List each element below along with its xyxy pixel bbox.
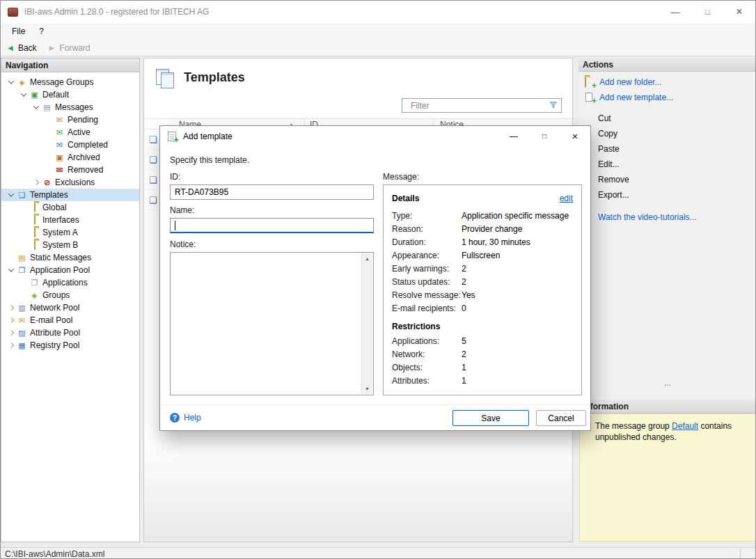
chevron-collapsed-icon[interactable] [6, 328, 16, 338]
dialog-close-button[interactable]: × [560, 126, 590, 146]
chevron-collapsed-icon[interactable] [6, 340, 16, 351]
maximize-button[interactable]: □ [691, 1, 723, 23]
tree-item-network-pool[interactable]: ▥ Network Pool [1, 301, 139, 314]
attribute-pool-icon: ▨ [16, 329, 28, 337]
tree-item-application-pool[interactable]: ❐ Application Pool [1, 264, 139, 276]
chevron-collapsed-icon[interactable] [31, 178, 41, 188]
registry-pool-icon: ▦ [16, 342, 28, 349]
chevron-expanded-icon[interactable] [6, 77, 16, 88]
dialog-maximize-button[interactable]: □ [529, 126, 560, 146]
back-label: Back [18, 43, 37, 53]
chevron-expanded-icon[interactable] [31, 102, 41, 113]
tree-item-interfaces[interactable]: Interfaces [1, 214, 139, 226]
message-summary-box: Details edit Type:Application specific m… [383, 184, 582, 395]
tree-item-attribute-pool[interactable]: ▨ Attribute Pool [1, 326, 139, 339]
add-new-folder-action[interactable]: Add new folder... [578, 74, 756, 90]
filter-input[interactable] [402, 98, 562, 113]
export-action[interactable]: Export... [578, 187, 756, 203]
navigation-panel: Navigation ◈ Message Groups ▣ Default ▤ … [1, 58, 140, 542]
back-button[interactable]: ◄ Back [6, 43, 37, 53]
add-template-dialog-icon [168, 132, 176, 141]
save-button[interactable]: Save [452, 410, 529, 426]
remove-action[interactable]: Remove [578, 172, 756, 187]
chevron-expanded-icon[interactable] [6, 265, 16, 276]
tree-item-email-pool[interactable]: ✉ E-mail Pool [1, 314, 139, 326]
id-input[interactable] [170, 184, 374, 200]
chevron-expanded-icon[interactable] [18, 90, 29, 100]
chevron-spacer [43, 152, 54, 163]
chevron-spacer [18, 290, 29, 301]
tree-item-active[interactable]: ✉ Active [1, 126, 139, 139]
tree-item-global[interactable]: Global [1, 201, 139, 214]
edit-action[interactable]: Edit... [578, 157, 756, 172]
restrictions-title: Restrictions [392, 322, 573, 331]
scrollbar[interactable] [361, 253, 372, 394]
chevron-expanded-icon[interactable] [6, 190, 16, 200]
tree-item-messages[interactable]: ▤ Messages [1, 101, 139, 113]
restriction-row: Attributes:1 [392, 374, 573, 387]
menu-file[interactable]: File [5, 24, 32, 38]
copy-action[interactable]: Copy [578, 126, 756, 141]
tree-item-static-messages[interactable]: ▤ Static Messages [1, 251, 139, 264]
notice-label: Notice: [170, 239, 196, 249]
video-tutorials-link[interactable]: Watch the video-tutorials... [578, 210, 756, 225]
tree-item-templates[interactable]: ❏ Templates [1, 189, 139, 201]
chevron-spacer [6, 253, 16, 263]
tree-item-registry-pool[interactable]: ▦ Registry Pool [1, 339, 139, 352]
name-input[interactable] [170, 218, 374, 233]
help-link[interactable]: ? Help [170, 410, 201, 425]
add-template-dialog: Add template — □ × Specify this template… [159, 125, 591, 431]
forward-button[interactable]: ► Forward [48, 43, 90, 53]
cut-action[interactable]: Cut [578, 111, 756, 126]
chevron-collapsed-icon[interactable] [6, 303, 16, 313]
messages-icon: ▤ [41, 104, 53, 111]
dialog-minimize-button[interactable]: — [498, 126, 529, 146]
tree-item-exclusions[interactable]: ⊘ Exclusions [1, 176, 139, 189]
detail-row: Reason:Provider change [392, 222, 573, 235]
detail-row: Type:Application specific message [392, 209, 573, 222]
minimize-button[interactable]: — [659, 1, 691, 23]
template-row-icon: ❏ [149, 134, 157, 145]
tree-item-removed[interactable]: ✉ Removed [1, 164, 139, 176]
titlebar: IBI-aws Admin 1.28.0 - registered for IB… [1, 1, 755, 23]
message-label: Message: [383, 172, 419, 182]
add-new-template-action[interactable]: Add new template... [578, 90, 756, 105]
detail-row: E-mail recipients:0 [392, 301, 573, 315]
tree-item-system-b[interactable]: System B [1, 239, 139, 251]
detail-row: Early warnings:2 [392, 262, 573, 275]
folder-icon [29, 242, 40, 249]
detail-row: Appearance:Fullscreen [392, 249, 573, 262]
tree-item-system-a[interactable]: System A [1, 226, 139, 239]
actions-header: Actions [578, 58, 756, 72]
dialog-window-controls: — □ × [498, 126, 590, 146]
tree-item-archived[interactable]: ▣ Archived [1, 151, 139, 164]
tree-item-default[interactable]: ▣ Default [1, 88, 139, 101]
tree-item-completed[interactable]: ✉ Completed [1, 139, 139, 151]
restriction-row: Applications:5 [392, 334, 573, 347]
filter-funnel-icon[interactable] [549, 100, 558, 112]
folder-icon [29, 204, 40, 212]
add-template-icon [584, 93, 595, 102]
pending-messages-icon: ✉ [54, 116, 65, 124]
network-pool-icon: ▥ [16, 304, 28, 312]
information-note: The message group Default contains unpub… [579, 414, 756, 542]
close-button[interactable]: × [723, 1, 755, 23]
notice-textarea[interactable] [170, 252, 374, 395]
tree-item-applications[interactable]: ❒ Applications [1, 276, 139, 289]
details-rows: Type:Application specific message Reason… [392, 209, 573, 315]
archived-messages-icon: ▣ [54, 154, 65, 162]
menu-help[interactable]: ? [32, 24, 51, 38]
edit-message-link[interactable]: edit [560, 194, 573, 203]
detail-row: Status updates:2 [392, 275, 573, 288]
message-groups-icon: ◈ [16, 79, 28, 86]
paste-action[interactable]: Paste [578, 141, 756, 157]
tree-item-pending[interactable]: ✉ Pending [1, 113, 139, 126]
chevron-spacer [18, 240, 29, 251]
tree-item-groups[interactable]: ◈ Groups [1, 289, 139, 301]
groups-icon: ◈ [29, 292, 40, 299]
default-group-link[interactable]: Default [672, 421, 698, 431]
cancel-button[interactable]: Cancel [536, 410, 586, 426]
chevron-collapsed-icon[interactable] [6, 315, 16, 326]
tree-item-message-groups[interactable]: ◈ Message Groups [1, 76, 139, 88]
folder-icon [29, 229, 40, 237]
